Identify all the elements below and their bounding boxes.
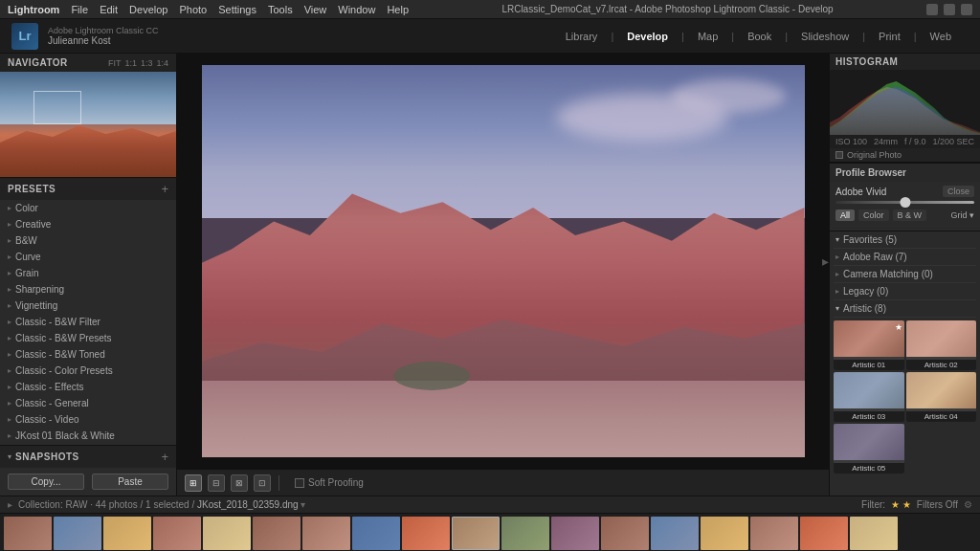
stat-iso: ISO 100 [835,137,867,146]
preset-group-item[interactable]: ▸JKost 01 Black & White [0,428,176,444]
module-library[interactable]: Library [556,27,608,46]
snapshots-add-icon[interactable]: + [161,450,168,464]
preset-group-item[interactable]: ▸Creative [0,216,176,232]
soft-proofing-checkbox[interactable] [295,478,304,488]
artistic-02-thumb[interactable]: Artistic 02 [906,320,977,370]
artistic-04-thumb[interactable]: Artistic 04 [906,372,977,422]
profile-group-artistic[interactable]: ▾ Artistic (8) [834,300,976,318]
module-slideshow[interactable]: Slideshow [791,27,858,46]
film-thumb-16[interactable] [750,517,798,550]
artistic-03-thumb[interactable]: Artistic 03 [834,372,904,422]
menu-edit[interactable]: Edit [100,4,118,15]
menu-photo[interactable]: Photo [179,4,207,15]
film-thumb-1[interactable] [4,517,52,550]
module-develop[interactable]: Develop [617,27,678,46]
film-thumb-17[interactable] [800,517,848,550]
minimize-icon[interactable] [926,4,938,15]
histogram-canvas [830,70,980,135]
film-thumb-4[interactable] [153,517,201,550]
snapshots-header[interactable]: ▾ Snapshots + [0,446,176,468]
profile-browser-header[interactable]: Profile Browser [830,164,980,182]
filmstrip-collapse-btn[interactable]: ▸ [8,499,12,510]
presets-add-icon[interactable]: + [161,182,168,196]
film-thumb-13[interactable] [601,517,649,550]
filter-mode[interactable]: Filters Off [917,499,958,510]
navigator-header[interactable]: Navigator FIT 1:1 1:3 1:4 [0,54,176,72]
maximize-icon[interactable] [944,4,955,15]
preset-group-item[interactable]: ▸Classic - B&W Toned [0,346,176,363]
menu-develop[interactable]: Develop [129,4,167,15]
preset-group-item[interactable]: ▸Classic - Effects [0,379,176,395]
film-thumb-6[interactable] [253,517,301,550]
film-thumb-3[interactable] [103,517,151,550]
nav-1to4[interactable]: 1:4 [156,58,168,68]
film-thumb-11[interactable] [501,517,549,550]
histogram-header[interactable]: Histogram [830,54,980,70]
menu-view[interactable]: View [304,4,327,15]
filter-color-btn[interactable]: Color [858,209,889,221]
preset-group-item[interactable]: ▸B&W [0,232,176,249]
menu-help[interactable]: Help [387,4,409,15]
menu-window[interactable]: Window [338,4,375,15]
film-thumb-7[interactable] [302,517,350,550]
filter-options-icon[interactable]: ⚙ [964,499,972,510]
film-thumb-10-selected[interactable] [452,517,500,550]
module-book[interactable]: Book [738,27,781,46]
loupe-view-btn[interactable]: ⊞ [185,474,202,492]
preset-group-item[interactable]: ▸Classic - General [0,395,176,411]
close-window-icon[interactable] [961,4,972,15]
preset-group-item[interactable]: ▸Classic - Video [0,411,176,428]
film-thumb-14[interactable] [651,517,699,550]
artistic-02-label: Artistic 02 [906,360,977,370]
film-thumb-9[interactable] [402,517,450,550]
profile-group-legacy[interactable]: ▸ Legacy (0) [834,283,976,300]
nav-1to1[interactable]: 1:1 [124,58,137,68]
profile-browser-close-btn[interactable]: Close [943,186,974,197]
nav-1to3[interactable]: 1:3 [141,58,153,68]
preset-group-item[interactable]: ▸Curve [0,249,176,265]
filmstrip-filter: Filter: ★ ★ Filters Off ⚙ [861,499,972,510]
original-photo-checkbox[interactable] [835,151,843,159]
filter-bw-btn[interactable]: B & W [893,209,927,221]
preset-group-item[interactable]: ▸Color [0,200,176,216]
copy-button[interactable]: Copy... [8,474,84,490]
filter-all-btn[interactable]: All [835,209,855,221]
module-web[interactable]: Web [921,27,961,46]
compare-view-btn[interactable]: ⊠ [231,474,248,492]
profile-group-favorites[interactable]: ▾ Favorites (5) [834,231,976,249]
film-thumb-18[interactable] [850,517,898,550]
soft-proofing-toggle[interactable]: Soft Proofing [295,477,364,488]
film-thumb-12[interactable] [551,517,599,550]
module-print[interactable]: Print [869,27,910,46]
nav-fit[interactable]: FIT [108,58,122,68]
film-thumb-5[interactable] [203,517,251,550]
menu-settings[interactable]: Settings [218,4,256,15]
presets-header[interactable]: Presets + [0,178,176,200]
film-thumb-8[interactable] [352,517,400,550]
artistic-05-thumb[interactable]: Artistic 05 [834,424,904,474]
preset-group-item[interactable]: ▸Classic - B&W Filter [0,314,176,330]
filter-stars[interactable]: ★ ★ [891,499,911,510]
preset-group-item[interactable]: ▸Vignetting [0,298,176,314]
film-thumb-2[interactable] [54,517,101,550]
profile-amount-slider[interactable] [835,201,974,204]
app-name[interactable]: Lightroom [8,4,59,15]
navigator-thumbnail[interactable] [0,72,176,177]
profile-group-camera-matching[interactable]: ▸ Camera Matching (0) [834,266,976,283]
survey-view-btn[interactable]: ⊡ [254,474,271,492]
film-thumb-img-10 [453,518,499,549]
menu-tools[interactable]: Tools [268,4,293,15]
preset-group-item[interactable]: ▸Grain [0,265,176,281]
menu-file[interactable]: File [71,4,88,15]
preset-group-item[interactable]: ▸Classic - Color Presets [0,363,176,379]
film-thumb-15[interactable] [701,517,748,550]
preset-group-item[interactable]: ▸Sharpening [0,281,176,298]
grid-view-btn[interactable]: ⊟ [208,474,225,492]
profile-grid-view-btn[interactable]: Grid ▾ [950,210,974,220]
module-map[interactable]: Map [688,27,727,46]
profile-group-adobe-raw[interactable]: ▸ Adobe Raw (7) [834,249,976,266]
artistic-01-thumb[interactable]: Artistic 01 ★ [834,320,904,370]
preset-group-item[interactable]: ▸Classic - B&W Presets [0,330,176,346]
profile-slider-thumb[interactable] [900,197,910,208]
paste-button[interactable]: Paste [92,474,168,490]
